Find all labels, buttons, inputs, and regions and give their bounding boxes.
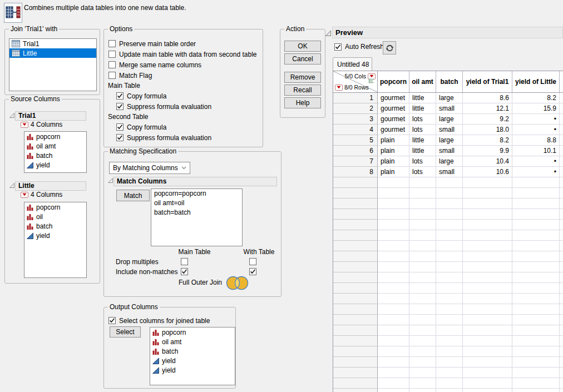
- match-with-checkbox[interactable]: [249, 268, 256, 275]
- match-main-checkbox[interactable]: [181, 268, 188, 275]
- ok-button[interactable]: OK: [284, 41, 321, 52]
- match-pair-item[interactable]: oil amt=oil: [151, 199, 242, 208]
- red-menu-icon[interactable]: [335, 85, 343, 91]
- matching-method-dropdown[interactable]: By Matching Columns: [109, 162, 190, 174]
- match-with-checkbox[interactable]: [249, 258, 256, 265]
- option-row: Preserve main table order: [108, 39, 196, 48]
- output-column-item[interactable]: yield: [150, 365, 235, 375]
- table-cell: [463, 209, 512, 220]
- option-row: Update main table with data from second …: [108, 50, 256, 58]
- recall-button[interactable]: Recall: [284, 85, 321, 96]
- row-number-cell: 7: [333, 156, 378, 167]
- source-table-header[interactable]: Little: [15, 181, 86, 191]
- row-number-cell: [333, 346, 378, 357]
- output-column-item[interactable]: oil amt: [150, 337, 235, 346]
- table-cell: [512, 368, 560, 378]
- table-cell: [378, 378, 409, 389]
- source-column-item[interactable]: yield: [24, 231, 86, 240]
- source-column-item[interactable]: yield: [24, 160, 86, 170]
- red-menu-icon[interactable]: [21, 192, 28, 198]
- disclosure-triangle-icon[interactable]: [9, 182, 15, 188]
- row-number-cell: [333, 336, 378, 346]
- row-number-cell: [333, 357, 378, 368]
- table-row-empty: [333, 209, 563, 220]
- select-columns-checkbox[interactable]: [108, 317, 116, 324]
- option-checkbox[interactable]: [116, 123, 124, 131]
- table-cell: [436, 188, 463, 199]
- join-table-item[interactable]: Little: [9, 48, 96, 58]
- source-column-item[interactable]: popcorn: [24, 202, 86, 212]
- disclosure-triangle-icon[interactable]: [9, 112, 15, 118]
- option-checkbox[interactable]: [116, 134, 124, 141]
- preview-column-header[interactable]: yield of Little: [512, 71, 560, 92]
- output-column-item[interactable]: popcorn: [150, 328, 235, 337]
- table-cell: [409, 304, 436, 315]
- match-pair-item[interactable]: batch=batch: [151, 208, 242, 217]
- table-cell: [463, 325, 512, 336]
- preview-column-header[interactable]: batch: [436, 71, 463, 92]
- red-menu-icon[interactable]: [21, 122, 28, 128]
- source-table-header[interactable]: Trial1: [15, 111, 86, 121]
- select-button[interactable]: Select: [110, 326, 141, 338]
- table-row: 8plainlotssmall10.6•: [333, 167, 563, 177]
- continuous-column-icon: [152, 358, 159, 364]
- column-name: yield: [162, 357, 176, 365]
- match-pair-item[interactable]: popcorn=popcorn: [151, 189, 242, 199]
- source-column-item[interactable]: oil: [24, 212, 86, 221]
- preview-column-header[interactable]: popcorn: [378, 71, 409, 92]
- source-column-item[interactable]: batch: [24, 151, 86, 160]
- preview-column-header[interactable]: yield of Trial1: [463, 71, 512, 92]
- source-column-item[interactable]: oil amt: [24, 141, 86, 151]
- preview-disclosure-icon[interactable]: [325, 30, 332, 37]
- row-number-cell: [333, 188, 378, 199]
- option-checkbox[interactable]: [108, 40, 116, 47]
- preview-tab[interactable]: Untitled 48: [333, 57, 372, 71]
- refresh-button[interactable]: [383, 41, 396, 54]
- table-row-empty: [333, 199, 563, 209]
- preview-column-header[interactable]: oil amt: [409, 71, 436, 92]
- cancel-button[interactable]: Cancel: [284, 53, 321, 64]
- source-column-item[interactable]: popcorn: [24, 132, 86, 141]
- table-cell: [409, 209, 436, 220]
- nominal-column-icon: [152, 348, 159, 355]
- option-checkbox[interactable]: [116, 92, 124, 100]
- match-option-label: Include non-matches: [116, 268, 177, 276]
- table-row-empty: [333, 325, 563, 336]
- join-tables-icon-button[interactable]: [4, 3, 22, 23]
- nominal-column-icon: [27, 152, 33, 159]
- option-checkbox[interactable]: [116, 103, 124, 110]
- table-cell: [512, 283, 560, 294]
- remove-button[interactable]: Remove: [284, 72, 321, 83]
- table-cell: [436, 241, 463, 251]
- table-cell: [409, 177, 436, 188]
- match-columns-header[interactable]: Match Columns: [113, 177, 277, 186]
- option-checkbox[interactable]: [108, 51, 116, 58]
- table-row-empty: [333, 251, 563, 262]
- output-column-item[interactable]: batch: [150, 346, 235, 356]
- join-table-item[interactable]: Trial1: [9, 39, 96, 48]
- match-button[interactable]: Match: [116, 190, 150, 201]
- table-cell: [409, 188, 436, 199]
- column-name: oil amt: [162, 338, 181, 346]
- rows-count: 8/0 Rows: [335, 84, 369, 91]
- column-name: yield: [36, 161, 50, 169]
- data-table-icon: [12, 49, 20, 57]
- table-row-empty: [333, 230, 563, 241]
- join-with-legend: Join 'Trial1' with: [9, 25, 59, 33]
- auto-refresh-checkbox[interactable]: [334, 43, 342, 51]
- table-cell: [436, 272, 463, 283]
- disclosure-triangle-icon[interactable]: [107, 177, 113, 183]
- column-count-row: 4 Columns: [21, 191, 62, 199]
- output-column-item[interactable]: yield: [150, 356, 235, 365]
- table-cell: large: [436, 114, 463, 125]
- table-row-empty: [333, 368, 563, 378]
- option-checkbox[interactable]: [108, 72, 116, 79]
- option-label: Copy formula: [127, 92, 166, 100]
- option-checkbox[interactable]: [108, 61, 116, 68]
- help-button[interactable]: Help: [284, 97, 321, 108]
- table-cell: gourmet: [378, 125, 409, 135]
- source-column-item[interactable]: batch: [24, 221, 86, 231]
- table-cell: [378, 199, 409, 209]
- match-main-checkbox[interactable]: [181, 258, 188, 265]
- preview-title-bar[interactable]: Preview: [332, 27, 563, 38]
